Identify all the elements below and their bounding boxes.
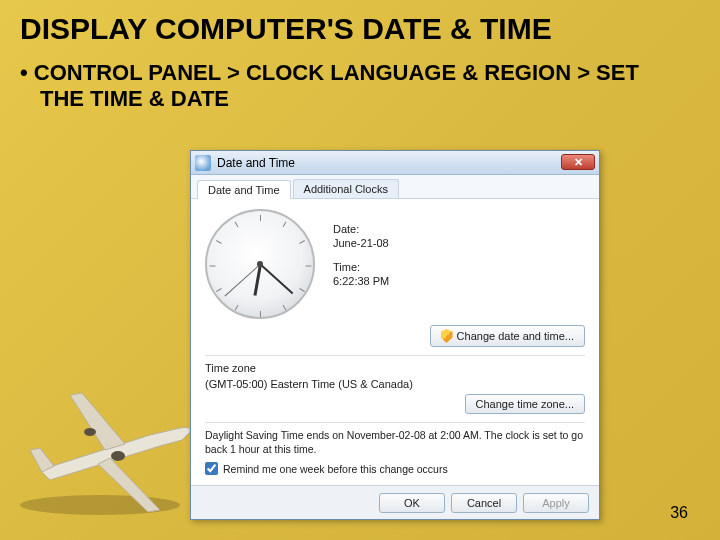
divider [205,422,585,423]
window-icon [195,155,211,171]
date-value: June-21-08 [333,237,389,249]
svg-point-1 [111,451,125,461]
clock-hub [257,261,263,267]
time-label: Time: [333,261,389,273]
date-time-dialog: Date and Time ✕ Date and Time Additional… [190,150,600,520]
tab-additional-clocks[interactable]: Additional Clocks [293,179,399,198]
change-time-zone-label: Change time zone... [476,398,574,410]
cancel-button[interactable]: Cancel [451,493,517,513]
shield-icon [441,329,453,343]
svg-point-0 [20,495,180,515]
change-date-time-label: Change date and time... [457,330,574,342]
page-number: 36 [670,504,688,522]
slide-title: DISPLAY COMPUTER'S DATE & TIME [0,0,720,52]
airplane-graphic [10,380,210,520]
titlebar[interactable]: Date and Time ✕ [191,151,599,175]
apply-button[interactable]: Apply [523,493,589,513]
remind-label: Remind me one week before this change oc… [223,463,448,475]
help-link[interactable]: How do I set the clock and time zone? [205,481,585,483]
minute-hand [259,263,293,294]
tab-strip: Date and Time Additional Clocks [191,175,599,199]
svg-point-2 [84,428,96,436]
dst-info-text: Daylight Saving Time ends on November-02… [205,429,585,456]
remind-checkbox-row[interactable]: Remind me one week before this change oc… [205,462,585,475]
date-label: Date: [333,223,389,235]
timezone-label: Time zone [205,362,585,374]
change-date-time-button[interactable]: Change date and time... [430,325,585,347]
time-value: 6:22:38 PM [333,275,389,287]
ok-button[interactable]: OK [379,493,445,513]
close-button[interactable]: ✕ [561,154,595,170]
window-title: Date and Time [217,156,295,170]
analog-clock [205,209,315,319]
dialog-content: Date: June-21-08 Time: 6:22:38 PM Change… [191,199,599,483]
timezone-value: (GMT-05:00) Eastern Time (US & Canada) [205,378,585,390]
close-icon: ✕ [574,156,583,169]
dialog-footer: OK Cancel Apply [191,485,599,519]
remind-checkbox[interactable] [205,462,218,475]
bullet-text: CONTROL PANEL > CLOCK LANGUAGE & REGION … [0,52,720,122]
divider [205,355,585,356]
change-time-zone-button[interactable]: Change time zone... [465,394,585,414]
tab-date-and-time[interactable]: Date and Time [197,180,291,199]
